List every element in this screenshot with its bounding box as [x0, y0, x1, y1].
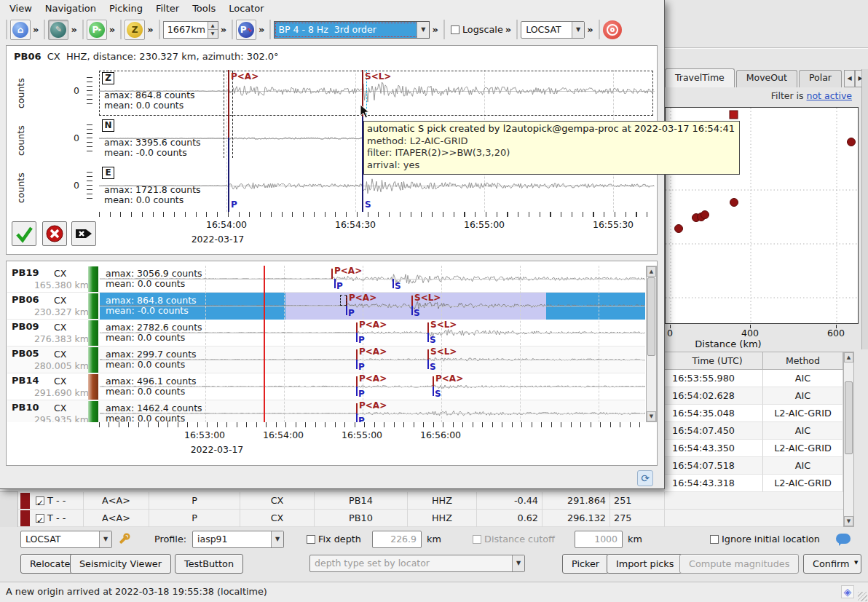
- station-trace[interactable]: amax: 3056.9 countsmean: 0.0 countsP<A>P…: [100, 266, 645, 293]
- table-row[interactable]: 16:54:07.450AIC: [665, 422, 843, 440]
- menu-tools[interactable]: Tools: [186, 1, 222, 15]
- station-trace[interactable]: amax: 1462.4 countsmean: 0.0 countsP<A>P: [100, 400, 645, 422]
- overflow-chevron[interactable]: »: [505, 24, 511, 35]
- seismicity-viewer-button[interactable]: Seismicity Viewer: [70, 554, 171, 574]
- table-row[interactable]: 16:54:02.628AIC: [665, 387, 843, 405]
- checkbox-icon[interactable]: [307, 535, 315, 544]
- column-header-method[interactable]: Method: [763, 352, 843, 370]
- table-row[interactable]: 16:54:43.318L2-AIC-GRID: [665, 475, 843, 492]
- arrival-table-scrollbar[interactable]: ▲ ▼: [843, 352, 854, 527]
- scroll-thumb[interactable]: [647, 277, 655, 356]
- edit-picks-button[interactable]: ✎: [48, 20, 68, 40]
- station-trace[interactable]: amax: 496.1 countsmean: 0.0 countsP<A>P<…: [100, 373, 645, 400]
- checkbox-icon[interactable]: [710, 535, 719, 544]
- menu-picking[interactable]: Picking: [103, 1, 149, 15]
- station-row-pb06[interactable]: PB06CX230.327 kmamax: 864.8 countsmean: …: [7, 293, 645, 320]
- tab-scroll-left-icon[interactable]: ◀: [844, 70, 855, 87]
- ignore-initial-location-checkbox[interactable]: Ignore initial location: [710, 531, 820, 548]
- table-row[interactable]: 16:54:35.048L2-AIC-GRID: [665, 405, 843, 422]
- depth-type-select[interactable]: depth type set by locator▼: [309, 555, 525, 572]
- locator-settings-wrench-icon[interactable]: [117, 532, 131, 547]
- station-trace[interactable]: amax: 864.8 countsmean: -0.0 countsP<A>S…: [100, 293, 645, 320]
- scroll-down-icon[interactable]: ▼: [844, 516, 853, 526]
- scroll-up-icon[interactable]: ▲: [647, 266, 656, 277]
- station-list-scrollbar[interactable]: ▲ ▼: [646, 266, 657, 422]
- red-pick-line: [356, 403, 358, 413]
- scroll-down-icon[interactable]: ▼: [647, 411, 656, 421]
- pick-label: P<A>: [231, 71, 259, 82]
- comment-icon[interactable]: [836, 534, 851, 544]
- cell-time: 16:54:35.048: [665, 405, 763, 422]
- station-row-pb05[interactable]: PB05CX280.005 kmamax: 299.7 countsmean: …: [7, 346, 645, 373]
- column-header-time[interactable]: Time (UTC): [665, 352, 763, 370]
- resize-grip[interactable]: [858, 592, 867, 601]
- toolbar-handle: [443, 20, 445, 39]
- overflow-chevron[interactable]: »: [587, 24, 593, 35]
- station-trace[interactable]: amax: 2782.6 countsmean: 0.0 countsP<A>S…: [100, 320, 645, 346]
- arrival-row-pb10[interactable]: T - -A<A>PCXPB10HHZ0.62296.132275: [18, 510, 843, 527]
- compute-magnitudes-button[interactable]: Compute magnitudes: [679, 554, 799, 574]
- window-drag-handle[interactable]: [340, 295, 347, 306]
- station-trace[interactable]: amax: 299.7 countsmean: 0.0 countsP<A>S<…: [100, 346, 645, 373]
- tab-traveltime[interactable]: TravelTime: [665, 68, 735, 87]
- distance-spinbox[interactable]: 1667km ▲ ▼: [163, 21, 218, 39]
- station-row-pb19[interactable]: PB19CX165.380 kmamax: 3056.9 countsmean:…: [7, 266, 645, 293]
- logscale-checkbox[interactable]: Logscale: [451, 21, 503, 39]
- pick-p-button[interactable]: P▸: [87, 20, 107, 40]
- origin-status-icon[interactable]: ◈: [841, 585, 854, 598]
- checkbox-icon[interactable]: [451, 25, 459, 34]
- confirm-button[interactable]: Confirm▼: [803, 554, 861, 574]
- relocate-target-icon[interactable]: [603, 20, 622, 39]
- station-row-pb09[interactable]: PB09CX276.383 kmamax: 2782.6 countsmean:…: [7, 320, 645, 346]
- network-code: CX: [54, 322, 66, 333]
- menu-navigation[interactable]: Navigation: [39, 1, 103, 15]
- spin-up-icon[interactable]: ▲: [208, 22, 218, 30]
- filter-not-active-link[interactable]: not active: [807, 90, 852, 101]
- distance-cutoff-checkbox[interactable]: Distance cutoff: [473, 531, 555, 548]
- station-row-pb10[interactable]: PB10CX295.935 kmamax: 1462.4 countsmean:…: [7, 400, 645, 422]
- overflow-chevron[interactable]: »: [221, 24, 226, 35]
- predicted-phases-button[interactable]: P∿: [236, 20, 256, 40]
- pencil-icon: ✎: [50, 22, 66, 38]
- reject-button[interactable]: [42, 221, 67, 246]
- import-picks-button[interactable]: Import picks: [607, 554, 683, 574]
- used-checkbox[interactable]: [36, 514, 44, 523]
- home-view-button[interactable]: ⌂: [10, 20, 31, 40]
- spin-down-icon[interactable]: ▼: [208, 30, 218, 38]
- picker-locator-select[interactable]: LOCSAT▼: [521, 21, 585, 39]
- tab-moveout[interactable]: MoveOut: [736, 70, 797, 87]
- depth-input[interactable]: 226.9: [372, 531, 422, 548]
- cutoff-input[interactable]: 1000: [575, 531, 623, 548]
- profile-select[interactable]: iasp91▼: [192, 531, 284, 548]
- test-button[interactable]: TestButton: [175, 554, 243, 574]
- checkbox-icon[interactable]: [473, 535, 481, 544]
- arrival-row-pb14[interactable]: T - -A<A>PCXPB14HHZ-0.44291.864251: [18, 492, 843, 510]
- overflow-chevron[interactable]: »: [147, 24, 153, 35]
- apply-and-next-button[interactable]: [71, 221, 96, 246]
- overflow-chevron[interactable]: »: [33, 24, 39, 35]
- scroll-up-icon[interactable]: ▲: [844, 352, 853, 363]
- station-row-pb14[interactable]: PB14CX291.690 kmamax: 496.1 countsmean: …: [7, 373, 645, 400]
- scroll-thumb[interactable]: [845, 381, 853, 454]
- menu-locator[interactable]: Locator: [222, 1, 270, 15]
- filter-select[interactable]: BP 4 - 8 Hz 3rd order▼: [274, 21, 430, 39]
- fix-depth-checkbox[interactable]: Fix depth: [307, 531, 361, 548]
- picker-button[interactable]: Picker: [562, 554, 609, 574]
- mean-label: mean: 0.0 counts: [106, 359, 185, 370]
- menu-filter[interactable]: Filter: [149, 1, 186, 15]
- overflow-chevron[interactable]: »: [109, 24, 115, 35]
- locator-select[interactable]: LOCSAT▼: [20, 531, 112, 548]
- menu-view[interactable]: View: [3, 1, 39, 15]
- component-z-button[interactable]: Z: [125, 20, 145, 40]
- station-distance: 280.005 km: [7, 360, 89, 371]
- overflow-chevron[interactable]: »: [71, 24, 76, 35]
- table-row[interactable]: 16:53:55.980AIC: [665, 370, 843, 387]
- used-checkbox[interactable]: [36, 496, 44, 505]
- overflow-chevron[interactable]: »: [432, 24, 438, 35]
- tab-polar[interactable]: Polar: [799, 70, 842, 87]
- refresh-icon[interactable]: ⟳: [637, 470, 653, 486]
- table-row[interactable]: 16:54:07.518AIC: [665, 457, 843, 475]
- overflow-chevron[interactable]: »: [259, 24, 264, 35]
- accept-button[interactable]: [12, 221, 36, 246]
- table-row[interactable]: 16:54:43.350L2-AIC-GRID: [665, 440, 843, 457]
